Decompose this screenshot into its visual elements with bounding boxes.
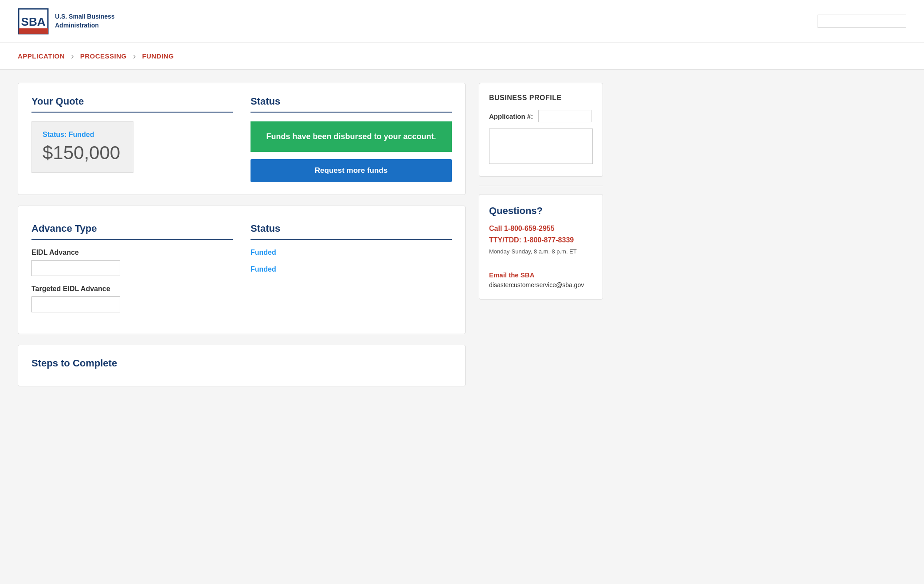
main-layout: Your Quote Status: Funded $150,000 Statu… — [0, 70, 621, 400]
sidebar: BUSINESS PROFILE Application #: Question… — [479, 83, 603, 386]
request-funds-button[interactable]: Request more funds — [251, 159, 452, 182]
quote-status-value: Funded — [69, 131, 94, 138]
main-content: Your Quote Status: Funded $150,000 Statu… — [18, 83, 466, 386]
eidl-advance-item: EIDL Advance — [31, 249, 233, 276]
quote-section-title: Your Quote — [31, 96, 233, 113]
funded-message-text: Funds have been disbursed to your accoun… — [266, 132, 436, 141]
logo-text: U.S. Small Business Administration — [55, 12, 115, 30]
quote-status-card: Your Quote Status: Funded $150,000 Statu… — [18, 83, 466, 195]
targeted-eidl-label: Targeted EIDL Advance — [31, 285, 233, 293]
step-application: APPLICATION — [18, 52, 65, 60]
advance-status-title: Status — [251, 223, 452, 240]
sidebar-divider-2 — [489, 263, 593, 263]
header: SBA U.S. Small Business Administration — [0, 0, 924, 43]
questions-title: Questions? — [489, 205, 593, 217]
email-address: disastercustomerservice@sba.gov — [489, 281, 593, 288]
eidl-advance-label: EIDL Advance — [31, 249, 233, 257]
eidl-advance-status: Funded — [251, 249, 452, 257]
progress-bar: APPLICATION › PROCESSING › FUNDING — [0, 43, 924, 70]
sidebar-divider-1 — [479, 186, 603, 186]
status-section-title: Status — [251, 96, 452, 113]
advance-type-title: Advance Type — [31, 223, 233, 240]
app-number-label: Application #: — [489, 113, 533, 120]
step-funding: FUNDING — [142, 52, 174, 60]
questions-section: Questions? Call 1-800-659-2955 TTY/TDD: … — [479, 194, 603, 300]
step-processing: PROCESSING — [80, 52, 127, 60]
targeted-eidl-status: Funded — [251, 265, 452, 273]
advance-type-card: Advance Type EIDL Advance Targeted EIDL … — [18, 206, 466, 334]
phone-link-1[interactable]: Call 1-800-659-2955 — [489, 223, 593, 234]
header-search-input[interactable] — [818, 15, 906, 28]
email-sba-link[interactable]: Email the SBA — [489, 271, 593, 279]
business-profile-title: BUSINESS PROFILE — [489, 94, 593, 102]
quote-box: Status: Funded $150,000 — [31, 121, 133, 173]
phone-link-2[interactable]: TTY/TDD: 1-800-877-8339 — [489, 234, 593, 246]
chevron-icon-2: › — [133, 51, 136, 61]
hours-text: Monday-Sunday, 8 a.m.-8 p.m. ET — [489, 248, 593, 255]
targeted-eidl-input[interactable] — [31, 296, 120, 312]
quote-column: Your Quote Status: Funded $150,000 — [31, 96, 233, 173]
steps-card: Steps to Complete — [18, 345, 466, 386]
app-number-row: Application #: — [489, 110, 593, 122]
advance-status-column: Status Funded Funded — [251, 223, 452, 282]
svg-text:SBA: SBA — [21, 15, 46, 28]
targeted-eidl-item: Targeted EIDL Advance — [31, 285, 233, 312]
chevron-icon-1: › — [71, 51, 74, 61]
targeted-eidl-status-text: Funded — [251, 265, 452, 273]
steps-section-title: Steps to Complete — [31, 358, 452, 374]
funded-message-box: Funds have been disbursed to your accoun… — [251, 121, 452, 152]
business-profile-section: BUSINESS PROFILE Application #: — [479, 83, 603, 177]
sba-logo: SBA — [18, 8, 49, 35]
eidl-advance-input[interactable] — [31, 260, 120, 276]
svg-rect-1 — [19, 28, 48, 34]
app-number-input[interactable] — [538, 110, 591, 122]
advance-type-column: Advance Type EIDL Advance Targeted EIDL … — [31, 223, 233, 321]
eidl-advance-status-text: Funded — [251, 249, 452, 257]
quote-status-label: Status: Funded — [43, 131, 122, 139]
logo-area: SBA U.S. Small Business Administration — [18, 8, 115, 35]
quote-amount: $150,000 — [43, 142, 122, 164]
status-column: Status Funds have been disbursed to your… — [251, 96, 452, 182]
business-profile-textarea[interactable] — [489, 128, 593, 164]
